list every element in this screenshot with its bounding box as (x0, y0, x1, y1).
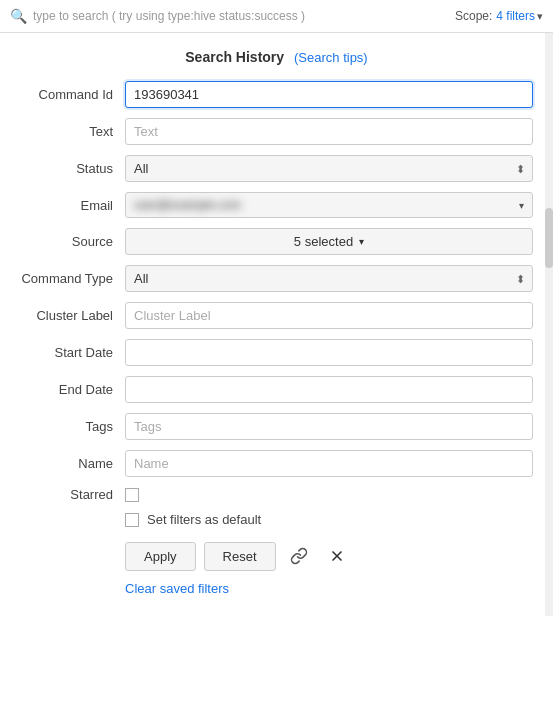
delete-icon-button[interactable] (322, 541, 352, 571)
source-selected-text: 5 selected (294, 234, 353, 249)
search-bar: 🔍 type to search ( try using type:hive s… (0, 0, 553, 33)
end-date-control (125, 376, 533, 403)
starred-label: Starred (20, 487, 125, 502)
email-arrow-icon: ▾ (519, 200, 524, 211)
name-row: Name (20, 450, 533, 477)
command-id-control (125, 81, 533, 108)
scroll-track (545, 33, 553, 616)
cluster-label-label: Cluster Label (20, 308, 125, 323)
status-select[interactable]: All Success Failed Running (125, 155, 533, 182)
name-input[interactable] (125, 450, 533, 477)
source-label: Source (20, 234, 125, 249)
command-id-input[interactable] (125, 81, 533, 108)
command-type-select[interactable]: All Hive Spark Shell (125, 265, 533, 292)
panel-title: Search History (Search tips) (20, 49, 533, 65)
cluster-label-control (125, 302, 533, 329)
command-type-label: Command Type (20, 271, 125, 286)
name-control (125, 450, 533, 477)
status-control: All Success Failed Running (125, 155, 533, 182)
tags-control (125, 413, 533, 440)
set-default-row: Set filters as default (20, 512, 533, 527)
start-date-label: Start Date (20, 345, 125, 360)
link-icon-button[interactable] (284, 541, 314, 571)
reset-button[interactable]: Reset (204, 542, 276, 571)
end-date-input[interactable] (125, 376, 533, 403)
source-control: 5 selected ▾ (125, 228, 533, 255)
search-history-panel: Search History (Search tips) Command Id … (0, 33, 553, 616)
scope-arrow-icon: ▾ (537, 10, 543, 23)
cluster-label-input[interactable] (125, 302, 533, 329)
starred-row: Starred (20, 487, 533, 502)
panel-wrapper: Search History (Search tips) Command Id … (0, 33, 553, 616)
start-date-input[interactable] (125, 339, 533, 366)
email-dropdown[interactable]: user@example.com ▾ (125, 192, 533, 218)
email-row: Email user@example.com ▾ (20, 192, 533, 218)
scope-filters-link[interactable]: 4 filters (496, 9, 535, 23)
buttons-row: Apply Reset (20, 541, 533, 571)
command-id-row: Command Id (20, 81, 533, 108)
text-input[interactable] (125, 118, 533, 145)
search-placeholder: type to search ( try using type:hive sta… (33, 9, 455, 23)
source-dropdown-button[interactable]: 5 selected ▾ (125, 228, 533, 255)
text-row: Text (20, 118, 533, 145)
start-date-row: Start Date (20, 339, 533, 366)
text-label: Text (20, 124, 125, 139)
status-label: Status (20, 161, 125, 176)
command-id-label: Command Id (20, 87, 125, 102)
source-row: Source 5 selected ▾ (20, 228, 533, 255)
end-date-label: End Date (20, 382, 125, 397)
search-tips-link[interactable]: (Search tips) (294, 50, 368, 65)
text-control (125, 118, 533, 145)
email-label: Email (20, 198, 125, 213)
starred-checkbox[interactable] (125, 488, 139, 502)
search-icon: 🔍 (10, 8, 27, 24)
apply-button[interactable]: Apply (125, 542, 196, 571)
email-control: user@example.com ▾ (125, 192, 533, 218)
name-label: Name (20, 456, 125, 471)
start-date-control (125, 339, 533, 366)
tags-row: Tags (20, 413, 533, 440)
source-arrow-icon: ▾ (359, 236, 364, 247)
tags-input[interactable] (125, 413, 533, 440)
status-row: Status All Success Failed Running (20, 155, 533, 182)
tags-label: Tags (20, 419, 125, 434)
cluster-label-row: Cluster Label (20, 302, 533, 329)
command-type-row: Command Type All Hive Spark Shell (20, 265, 533, 292)
set-default-checkbox[interactable] (125, 513, 139, 527)
email-value: user@example.com (134, 198, 515, 212)
scroll-thumb[interactable] (545, 208, 553, 268)
set-default-label: Set filters as default (147, 512, 261, 527)
scope-label: Scope: (455, 9, 492, 23)
clear-saved-filters-link[interactable]: Clear saved filters (125, 581, 229, 596)
clear-row: Clear saved filters (20, 581, 533, 596)
panel-title-text: Search History (185, 49, 284, 65)
command-type-control: All Hive Spark Shell (125, 265, 533, 292)
end-date-row: End Date (20, 376, 533, 403)
